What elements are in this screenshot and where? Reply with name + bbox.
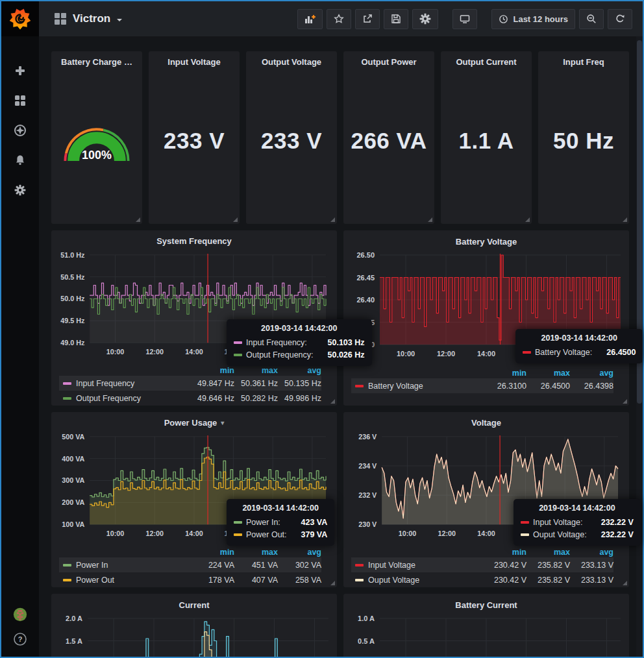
panel-title[interactable]: Voltage <box>343 412 629 432</box>
legend-min-value: 230.42 V <box>483 561 526 570</box>
toolbar: Last 12 hours <box>297 9 632 29</box>
legend-series-name: Output Frequency <box>63 394 191 403</box>
tooltip-series-row: Input Voltage:232.22 V <box>521 516 634 528</box>
explore-compass-icon[interactable] <box>13 123 27 138</box>
panel-title[interactable]: Input Freq <box>563 57 604 67</box>
stat-value: 233 V <box>164 67 225 224</box>
panel-title[interactable]: Battery Current <box>343 594 629 613</box>
legend-col-min[interactable]: min <box>483 548 526 557</box>
configuration-gear-icon[interactable] <box>13 183 27 197</box>
svg-text:10:00: 10:00 <box>399 529 417 537</box>
grafana-logo[interactable] <box>1 1 39 36</box>
panel-resize-handle[interactable] <box>623 581 627 585</box>
panel-resize-handle[interactable] <box>525 217 530 222</box>
legend-row[interactable]: Power In224 VA451 VA302 VA <box>59 557 321 572</box>
panel-resize-handle[interactable] <box>330 581 335 585</box>
legend-col-min[interactable]: min <box>191 366 234 375</box>
legend-avg-value: 233.13 V <box>570 561 613 570</box>
svg-text:10:00: 10:00 <box>106 347 125 355</box>
add-panel-button[interactable] <box>297 9 323 29</box>
legend-series-name: Input Voltage <box>355 561 483 570</box>
save-button[interactable] <box>384 9 408 29</box>
gauge: 100% <box>55 67 138 224</box>
stat-panel-input-freq: Input Freq50 Hz <box>538 51 629 224</box>
panel-title[interactable]: System Frequency <box>51 230 337 250</box>
chart-current[interactable]: 2.0 A1.5 A1.0 A0.5 A0.0 A10:0012:0014:00… <box>51 613 337 657</box>
svg-text:14:00: 14:00 <box>185 347 203 355</box>
legend-col-avg[interactable]: avg <box>570 548 613 557</box>
panel-title[interactable]: Current <box>51 594 337 613</box>
panel-title[interactable]: Battery Charge … <box>61 57 132 67</box>
help-icon[interactable]: ? <box>13 632 27 646</box>
legend-row[interactable]: Input Frequency49.847 Hz50.361 Hz50.135 … <box>59 376 321 391</box>
panel-resize-handle[interactable] <box>428 217 432 222</box>
svg-text:49.0 Hz: 49.0 Hz <box>60 339 84 347</box>
dashboard-title: Victron <box>73 12 110 25</box>
refresh-button[interactable] <box>608 9 632 29</box>
alerting-bell-icon[interactable] <box>13 153 27 167</box>
chart-battery-current[interactable]: 1.0 A0.5 A0.0 A-0.5 A-1.0 A10:0012:0014:… <box>343 613 629 657</box>
legend-col-min[interactable]: min <box>191 548 234 557</box>
legend-row[interactable]: Output Frequency49.646 Hz50.282 Hz49.986… <box>59 391 321 406</box>
graph-panel-battery-voltage: Battery Voltage26.5026.4526.4026.3526.30… <box>343 230 629 406</box>
legend-min-value: 230.42 V <box>483 576 526 585</box>
share-button[interactable] <box>355 9 380 29</box>
panel-resize-handle[interactable] <box>623 399 627 404</box>
tv-mode-button[interactable] <box>452 9 477 29</box>
legend-swatch <box>355 385 364 387</box>
legend-col-avg[interactable]: avg <box>278 548 321 557</box>
user-avatar[interactable] <box>13 607 27 622</box>
tooltip-swatch <box>234 521 242 524</box>
star-button[interactable] <box>327 9 351 29</box>
sidebar-bottom: ? <box>13 607 27 646</box>
legend-series-name: Ouput Voltage <box>355 576 483 585</box>
zoom-out-button[interactable] <box>579 9 604 29</box>
panel-title[interactable]: Output Current <box>456 57 516 67</box>
legend-row[interactable]: Power Out178 VA407 VA258 VA <box>59 572 321 587</box>
legend-max-value: 235.82 V <box>526 576 570 585</box>
legend-col-max[interactable]: max <box>234 548 278 557</box>
legend-header: minmaxavg <box>351 368 613 378</box>
dashboard-picker[interactable]: Victron <box>55 12 122 25</box>
panel-resize-handle[interactable] <box>233 217 238 222</box>
tooltip-series-row: Battery Voltage:26.4500 <box>523 346 636 358</box>
legend-min-value: 26.3100 <box>483 382 526 391</box>
svg-text:12:00: 12:00 <box>145 347 164 355</box>
svg-text:50.5 Hz: 50.5 Hz <box>60 273 84 280</box>
svg-text:12:00: 12:00 <box>437 350 455 358</box>
chart-legend: minmaxavgInput Frequency49.847 Hz50.361 … <box>51 365 337 406</box>
legend-swatch <box>63 564 71 567</box>
legend-min-value: 49.646 Hz <box>191 394 234 403</box>
panel-title[interactable]: Output Voltage <box>262 57 321 67</box>
panel-title[interactable]: Output Power <box>361 57 416 67</box>
settings-gear-button[interactable] <box>412 9 438 29</box>
tooltip-series-row: Output Frequency:50.026 Hz <box>234 348 365 361</box>
legend-col-avg[interactable]: avg <box>570 369 613 378</box>
dashboards-icon[interactable] <box>13 93 27 108</box>
panel-title[interactable]: Input Voltage <box>167 57 220 67</box>
create-icon[interactable] <box>13 64 27 78</box>
panel-resize-handle[interactable] <box>330 217 335 222</box>
legend-row[interactable]: Ouput Voltage230.42 V235.82 V233.13 V <box>351 572 613 587</box>
panel-title[interactable]: Battery Voltage <box>343 230 629 250</box>
chart-legend: minmaxavgInput Voltage230.42 V235.82 V23… <box>343 547 629 587</box>
legend-col-min[interactable]: min <box>483 369 526 378</box>
tooltip-timestamp: 2019-03-14 14:42:00 <box>523 334 636 343</box>
graphs-row-3: Current2.0 A1.5 A1.0 A0.5 A0.0 A10:0012:… <box>51 594 629 657</box>
time-range-button[interactable]: Last 12 hours <box>491 9 575 29</box>
tooltip-series-row: Ouput Voltage:232.22 V <box>521 528 634 541</box>
legend-row[interactable]: Battery Voltage26.310026.450026.4398 <box>351 378 613 393</box>
legend-col-max[interactable]: max <box>234 366 278 375</box>
legend-col-max[interactable]: max <box>526 369 570 378</box>
legend-row[interactable]: Input Voltage230.42 V235.82 V233.13 V <box>351 557 613 572</box>
legend-header: minmaxavg <box>351 547 613 557</box>
svg-text:12:00: 12:00 <box>438 529 456 537</box>
legend-swatch <box>63 579 71 581</box>
panel-title[interactable]: Power Usage▾ <box>51 412 337 432</box>
panel-resize-handle[interactable] <box>623 217 627 222</box>
panel-resize-handle[interactable] <box>136 217 140 222</box>
legend-col-max[interactable]: max <box>526 548 570 557</box>
legend-col-avg[interactable]: avg <box>278 366 321 375</box>
legend-max-value: 50.361 Hz <box>234 379 278 388</box>
panel-resize-handle[interactable] <box>330 399 335 404</box>
